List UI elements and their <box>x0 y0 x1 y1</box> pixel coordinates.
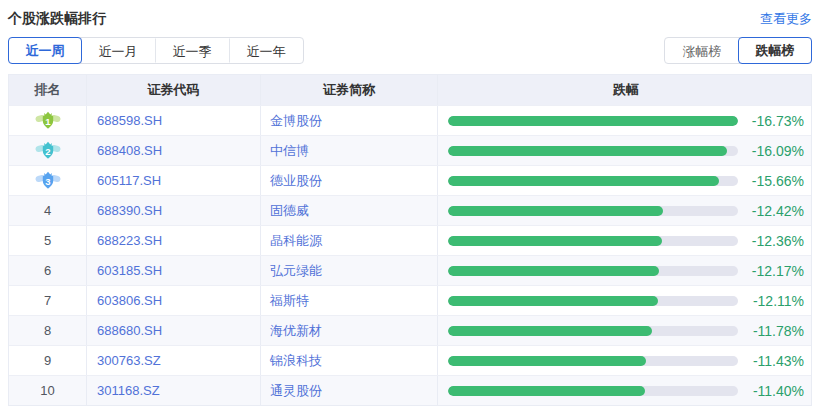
decline-bar-fill <box>448 206 663 216</box>
period-tab-2[interactable]: 近一季 <box>155 38 229 63</box>
table-header-row: 排名 证券代码 证券简称 跌幅 <box>9 75 811 105</box>
toggle-gainers[interactable]: 涨幅榜 <box>665 38 739 63</box>
toolbar: 近一周近一月近一季近一年 涨幅榜跌幅榜 <box>8 37 812 64</box>
stock-name-link[interactable]: 固德威 <box>270 202 309 220</box>
table-body: 1 688598.SH 金博股份 -16.73% 2 688408.SH 中信博… <box>9 105 811 405</box>
decline-cell: -11.78% <box>438 316 811 345</box>
decline-bar-track <box>448 236 738 246</box>
rank-cell: 9 <box>9 346 87 375</box>
decline-bar-fill <box>448 386 645 396</box>
stock-code-link[interactable]: 603806.SH <box>97 293 162 308</box>
header-code: 证券代码 <box>87 75 261 105</box>
rank-cell: 1 <box>9 106 87 135</box>
table-row[interactable]: 7 603806.SH 福斯特 -12.11% <box>9 285 811 315</box>
decline-percent: -12.36% <box>738 233 804 249</box>
stock-name-cell: 锦浪科技 <box>261 346 438 375</box>
decline-bar-track <box>448 326 738 336</box>
stock-code-cell: 688390.SH <box>87 196 261 225</box>
decline-percent: -11.43% <box>738 353 804 369</box>
stock-name-link[interactable]: 通灵股份 <box>270 382 322 400</box>
rank-cell: 4 <box>9 196 87 225</box>
decline-bar-track <box>448 116 738 126</box>
decline-bar-track <box>448 176 738 186</box>
table-row[interactable]: 9 300763.SZ 锦浪科技 -11.43% <box>9 345 811 375</box>
stock-name-cell: 通灵股份 <box>261 376 438 405</box>
header-name: 证券简称 <box>261 75 438 105</box>
stock-ranking-panel: 个股涨跌幅排行 查看更多 近一周近一月近一季近一年 涨幅榜跌幅榜 排名 证券代码… <box>0 0 820 406</box>
stock-code-link[interactable]: 688680.SH <box>97 323 162 338</box>
stock-code-link[interactable]: 688223.SH <box>97 233 162 248</box>
decline-bar-track <box>448 146 738 156</box>
stock-name-link[interactable]: 金博股份 <box>270 112 322 130</box>
rank-cell: 2 <box>9 136 87 165</box>
decline-percent: -12.11% <box>738 293 804 309</box>
stock-name-link[interactable]: 中信博 <box>270 142 309 160</box>
view-more-link[interactable]: 查看更多 <box>760 10 812 28</box>
decline-cell: -12.17% <box>438 256 811 285</box>
table-row[interactable]: 1 688598.SH 金博股份 -16.73% <box>9 105 811 135</box>
decline-percent: -12.42% <box>738 203 804 219</box>
rank-cell: 5 <box>9 226 87 255</box>
stock-name-link[interactable]: 海优新材 <box>270 322 322 340</box>
rank-cell: 3 <box>9 166 87 195</box>
stock-name-link[interactable]: 晶科能源 <box>270 232 322 250</box>
decline-cell: -11.43% <box>438 346 811 375</box>
period-tab-0[interactable]: 近一周 <box>8 37 82 64</box>
table-row[interactable]: 5 688223.SH 晶科能源 -12.36% <box>9 225 811 255</box>
decline-bar-track <box>448 386 738 396</box>
stock-code-link[interactable]: 688598.SH <box>97 113 162 128</box>
stock-code-link[interactable]: 300763.SZ <box>97 353 161 368</box>
decline-bar-fill <box>448 116 738 126</box>
stock-code-link[interactable]: 603185.SH <box>97 263 162 278</box>
stock-code-cell: 301168.SZ <box>87 376 261 405</box>
stock-name-link[interactable]: 福斯特 <box>270 292 309 310</box>
decline-cell: -12.11% <box>438 286 811 315</box>
ranking-table: 排名 证券代码 证券简称 跌幅 1 688598.SH 金博股份 -16.73%… <box>8 74 812 406</box>
period-tab-1[interactable]: 近一月 <box>81 38 155 63</box>
rank-cell: 8 <box>9 316 87 345</box>
table-row[interactable]: 4 688390.SH 固德威 -12.42% <box>9 195 811 225</box>
decline-bar-track <box>448 356 738 366</box>
decline-cell: -12.36% <box>438 226 811 255</box>
stock-name-link[interactable]: 锦浪科技 <box>270 352 322 370</box>
rank-cell: 6 <box>9 256 87 285</box>
decline-cell: -12.42% <box>438 196 811 225</box>
stock-code-cell: 603185.SH <box>87 256 261 285</box>
table-row[interactable]: 10 301168.SZ 通灵股份 -11.40% <box>9 375 811 405</box>
decline-percent: -11.78% <box>738 323 804 339</box>
panel-header: 个股涨跌幅排行 查看更多 <box>8 0 812 28</box>
stock-name-link[interactable]: 德业股份 <box>270 172 322 190</box>
stock-name-cell: 晶科能源 <box>261 226 438 255</box>
decline-bar-fill <box>448 296 658 306</box>
decline-cell: -15.66% <box>438 166 811 195</box>
decline-bar-fill <box>448 326 652 336</box>
decline-bar-fill <box>448 146 727 156</box>
stock-code-link[interactable]: 605117.SH <box>97 173 161 188</box>
table-row[interactable]: 6 603185.SH 弘元绿能 -12.17% <box>9 255 811 285</box>
stock-name-cell: 中信博 <box>261 136 438 165</box>
header-rank: 排名 <box>9 75 87 105</box>
rank-medal-icon: 3 <box>35 170 61 192</box>
decline-cell: -16.09% <box>438 136 811 165</box>
stock-code-cell: 688408.SH <box>87 136 261 165</box>
stock-name-cell: 海优新材 <box>261 316 438 345</box>
table-row[interactable]: 8 688680.SH 海优新材 -11.78% <box>9 315 811 345</box>
svg-text:1: 1 <box>45 115 51 126</box>
toggle-losers[interactable]: 跌幅榜 <box>738 37 812 64</box>
table-row[interactable]: 2 688408.SH 中信博 -16.09% <box>9 135 811 165</box>
rank-toggle-group: 涨幅榜跌幅榜 <box>664 37 812 64</box>
stock-code-cell: 688680.SH <box>87 316 261 345</box>
stock-name-cell: 金博股份 <box>261 106 438 135</box>
stock-code-link[interactable]: 301168.SZ <box>97 383 160 398</box>
stock-name-link[interactable]: 弘元绿能 <box>270 262 322 280</box>
stock-code-link[interactable]: 688390.SH <box>97 203 162 218</box>
decline-bar-fill <box>448 176 719 186</box>
svg-text:2: 2 <box>45 145 50 156</box>
svg-text:3: 3 <box>45 175 50 186</box>
rank-medal-icon: 1 <box>35 110 61 132</box>
table-row[interactable]: 3 605117.SH 德业股份 -15.66% <box>9 165 811 195</box>
stock-code-link[interactable]: 688408.SH <box>97 143 162 158</box>
decline-bar-track <box>448 206 738 216</box>
period-tab-3[interactable]: 近一年 <box>229 38 303 63</box>
decline-cell: -11.40% <box>438 376 811 405</box>
